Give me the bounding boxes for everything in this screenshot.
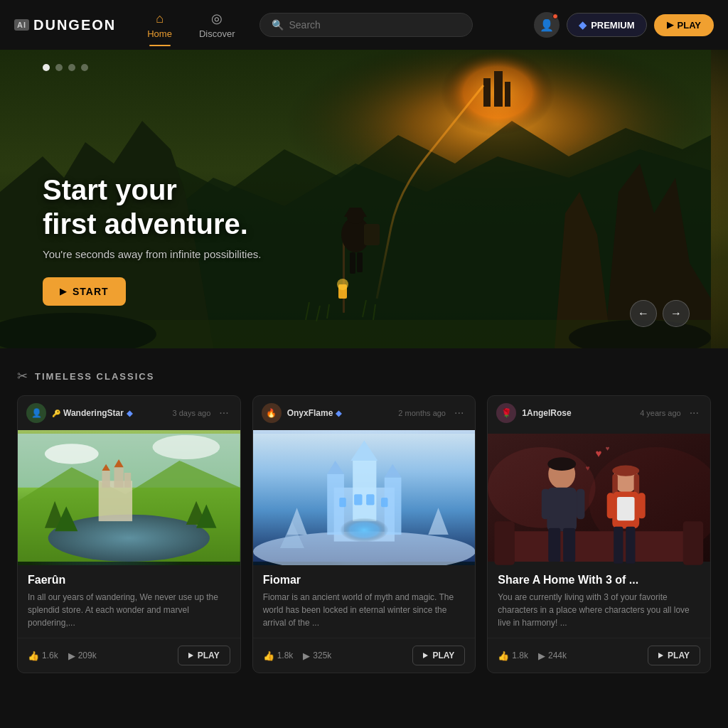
card-3-play-icon [658, 653, 663, 658]
hero-next-arrow[interactable]: → [663, 300, 690, 327]
card-2-body: Fiomar Fiomar is an ancient world of myt… [253, 565, 476, 638]
search-input[interactable] [289, 19, 461, 31]
logo-name: DUNGEON [33, 17, 116, 33]
card-2-plays-count: 325k [313, 651, 331, 660]
card-2-play-button[interactable]: PLAY [412, 646, 465, 665]
play-header-label: PLAY [678, 20, 701, 31]
svg-rect-80 [607, 493, 614, 518]
start-button[interactable]: ▶ START [43, 277, 126, 306]
svg-point-31 [152, 435, 220, 459]
hero-title-line2: first adventure. [43, 208, 248, 240]
hero-dot-2[interactable] [55, 64, 63, 71]
hero-subtitle: You're seconds away from infinite possib… [43, 248, 261, 260]
user-icon: 👤 [540, 18, 554, 32]
card-3-avatar-icon: 🌹 [501, 408, 512, 418]
card-1-illustration [18, 430, 240, 565]
card-2-time: 2 months ago [398, 409, 446, 417]
card-3-image: ♥ ♥ ♥ [488, 430, 710, 565]
play-count-icon: ▶ [68, 651, 75, 661]
logo[interactable]: AI DUNGEON [14, 17, 116, 33]
search-bar[interactable]: 🔍 [259, 13, 473, 37]
card-1-plays-count: 209k [78, 651, 97, 660]
svg-rect-73 [563, 528, 575, 562]
card-1-body: Faerûn In all our years of wandering, We… [18, 565, 240, 638]
card-2-premium-icon: ◆ [336, 409, 341, 418]
svg-rect-64 [501, 531, 697, 562]
hero-dot-3[interactable] [68, 64, 75, 71]
hero-dot-4[interactable] [81, 64, 88, 71]
play-count-icon-2: ▶ [303, 651, 310, 661]
card-2-header: 🔥 OnyxFlame ◆ 2 months ago ··· [253, 396, 476, 430]
section-scissors-icon: ✂ [17, 368, 28, 384]
nav-home-label: Home [147, 28, 172, 39]
card-2-footer: 👍 1.8k ▶ 325k PLAY [253, 638, 476, 673]
card-2-avatar-icon: 🔥 [266, 408, 277, 418]
hero-dot-1[interactable] [43, 64, 50, 71]
play-header-icon: ▶ [667, 20, 673, 30]
notification-dot [552, 14, 558, 19]
svg-text:♥: ♥ [596, 447, 602, 459]
card-1-play-icon [188, 653, 193, 658]
card-3-plays: ▶ 244k [538, 651, 567, 661]
svg-rect-54 [339, 498, 346, 507]
like-icon-2: 👍 [263, 651, 274, 661]
card-share-home[interactable]: 🌹 1AngelRose 4 years ago ··· [487, 395, 711, 673]
play-count-icon-3: ▶ [538, 651, 545, 661]
timeless-classics-section: ✂ TIMELESS CLASSICS 👤 🔑 WanderingS​tar ◆… [0, 348, 728, 673]
hero-prev-arrow[interactable]: ← [630, 300, 657, 327]
svg-point-30 [45, 444, 99, 464]
card-3-likes-count: 1.8k [512, 651, 528, 660]
card-2-avatar: 🔥 [262, 403, 282, 423]
svg-point-68 [548, 457, 577, 471]
main-nav: ⌂ Home ◎ Discover [137, 5, 245, 45]
card-3-body: Share A Home With 3 of ... You are curre… [488, 565, 710, 638]
card-fiomar[interactable]: 🔥 OnyxFlame ◆ 2 months ago ··· [252, 395, 476, 673]
header-right: 👤 ◆ PREMIUM ▶ PLAY [534, 12, 714, 38]
nav-discover[interactable]: ◎ Discover [189, 5, 245, 45]
like-icon: 👍 [28, 651, 39, 661]
hero-dots [43, 64, 88, 71]
card-3-author: 1AngelRose [522, 408, 571, 418]
card-1-author-name: WanderingS​tar [63, 408, 124, 418]
svg-rect-57 [381, 498, 387, 507]
card-3-footer: 👍 1.8k ▶ 244k PLAY [488, 638, 710, 673]
card-1-likes: 👍 1.6k [28, 651, 58, 661]
svg-rect-37 [124, 473, 131, 488]
card-1-description: In all our years of wandering, We never … [28, 591, 230, 629]
section-title: TIMELESS CLASSICS [35, 371, 154, 382]
card-3-play-button[interactable]: PLAY [648, 646, 700, 665]
nav-home[interactable]: ⌂ Home [137, 6, 182, 45]
card-2-illustration [253, 430, 476, 565]
card-faerûn[interactable]: 👤 🔑 WanderingS​tar ◆ 3 days ago ··· [17, 395, 241, 673]
card-3-description: You are currently living with 3 of your … [498, 591, 700, 629]
discover-icon: ◎ [211, 11, 223, 26]
card-1-play-button[interactable]: PLAY [178, 646, 230, 665]
card-3-time: 4 years ago [640, 409, 680, 417]
svg-rect-56 [366, 494, 374, 505]
svg-rect-72 [549, 528, 561, 562]
user-avatar-button[interactable]: 👤 [534, 12, 560, 38]
section-header: ✂ TIMELESS CLASSICS [17, 368, 711, 384]
card-1-title: Faerûn [28, 574, 230, 587]
card-2-plays: ▶ 325k [303, 651, 331, 661]
card-1-premium-icon: ◆ [127, 409, 132, 418]
logo-ai-badge: AI [14, 19, 29, 31]
svg-rect-69 [547, 488, 577, 532]
card-1-menu-button[interactable]: ··· [216, 407, 231, 419]
card-3-plays-count: 244k [548, 651, 567, 660]
card-3-menu-button[interactable]: ··· [687, 407, 702, 419]
nav-discover-label: Discover [199, 28, 235, 39]
svg-text:♥: ♥ [606, 444, 610, 452]
play-header-button[interactable]: ▶ PLAY [654, 14, 714, 36]
card-1-header: 👤 🔑 WanderingS​tar ◆ 3 days ago ··· [18, 396, 240, 430]
card-2-menu-button[interactable]: ··· [451, 407, 466, 419]
search-icon: 🔍 [272, 19, 284, 31]
card-1-avatar: 👤 [26, 403, 46, 423]
hero-title: Start your first adventure. [43, 173, 261, 241]
card-3-illustration: ♥ ♥ ♥ [488, 430, 710, 565]
premium-button[interactable]: ◆ PREMIUM [567, 13, 646, 37]
card-1-footer: 👍 1.6k ▶ 209k PLAY [18, 638, 240, 673]
svg-rect-66 [683, 521, 703, 565]
card-3-author-name: 1AngelRose [522, 408, 571, 418]
card-1-author: 🔑 WanderingS​tar ◆ [52, 408, 132, 418]
